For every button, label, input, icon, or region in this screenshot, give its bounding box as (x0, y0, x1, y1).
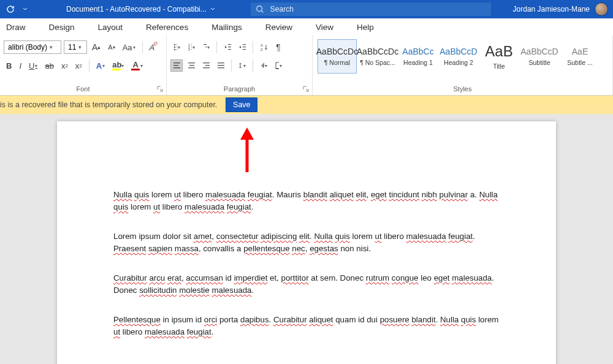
clear-formatting-button[interactable]: A⊘ (147, 40, 158, 54)
underline-button[interactable]: U▾ (26, 59, 40, 72)
bold-button[interactable]: B (4, 59, 14, 72)
style-heading-1[interactable]: AaBbCcHeading 1 (398, 39, 438, 74)
multilevel-list-button[interactable]: ▾ (200, 41, 212, 53)
svg-point-3 (174, 47, 175, 48)
svg-rect-26 (173, 67, 180, 68)
font-size-select[interactable]: 11▾ (64, 40, 87, 54)
svg-rect-32 (203, 67, 210, 68)
numbering-button[interactable]: 123▾ (185, 41, 197, 53)
show-hide-button[interactable]: ¶ (272, 41, 284, 53)
svg-rect-25 (173, 65, 178, 66)
svg-rect-17 (228, 47, 231, 47)
styles-gallery[interactable]: AaBbCcDc¶ NormalAaBbCcDc¶ No Spac...AaBb… (318, 39, 607, 74)
svg-rect-29 (188, 67, 195, 68)
font-group-label: Font (0, 85, 166, 93)
tab-view[interactable]: View (316, 23, 333, 32)
line-spacing-button[interactable]: ▾ (236, 59, 248, 72)
refresh-icon[interactable] (0, 0, 21, 18)
increase-indent-button[interactable] (236, 41, 248, 53)
bullets-button[interactable]: ▾ (170, 41, 183, 53)
paragraph[interactable]: Curabitur arcu erat, accumsan id imperdi… (113, 272, 501, 297)
paragraph[interactable]: Nulla quis lorem ut libero malesuada feu… (113, 189, 501, 213)
shading-button[interactable]: ▾ (257, 59, 270, 72)
chevron-down-icon: ▾ (50, 44, 53, 50)
svg-rect-28 (189, 65, 194, 66)
title-bar: Document1 - AutoRecovered - Compatibi...… (0, 0, 613, 18)
sort-button[interactable]: AZ (257, 41, 270, 53)
style--no-spac-[interactable]: AaBbCcDc¶ No Spac... (358, 39, 397, 74)
tab-review[interactable]: Review (265, 23, 292, 32)
tab-draw[interactable]: Draw (6, 23, 26, 32)
svg-text:3: 3 (188, 48, 190, 51)
svg-rect-20 (243, 47, 246, 47)
search-icon (256, 5, 264, 13)
svg-rect-34 (218, 65, 224, 66)
tab-design[interactable]: Design (49, 23, 75, 32)
svg-rect-33 (218, 63, 224, 63)
account-button[interactable]: Jordan Jamieson-Mane (513, 2, 613, 16)
svg-rect-19 (243, 44, 246, 45)
shrink-font-button[interactable]: A▾ (105, 40, 117, 54)
svg-rect-40 (276, 68, 279, 69)
svg-rect-35 (218, 67, 224, 68)
style-title[interactable]: AaBTitle (479, 39, 519, 74)
svg-rect-18 (228, 49, 231, 50)
tab-references[interactable]: References (146, 23, 188, 32)
svg-rect-13 (204, 44, 207, 45)
superscript-button[interactable]: x2 (73, 59, 85, 72)
search-input[interactable]: Search (251, 2, 491, 16)
svg-rect-8 (191, 44, 192, 45)
svg-rect-30 (203, 63, 210, 63)
align-left-button[interactable] (170, 59, 183, 72)
align-center-button[interactable] (185, 59, 197, 72)
grow-font-button[interactable]: A▴ (89, 40, 103, 54)
svg-point-0 (257, 6, 262, 12)
svg-rect-12 (191, 49, 192, 50)
chevron-down-icon: ▾ (78, 44, 82, 50)
svg-rect-6 (177, 49, 177, 50)
style-heading-2[interactable]: AaBbCcDHeading 2 (439, 39, 478, 74)
avatar (595, 2, 608, 16)
font-group: alibri (Body)▾ 11▾ A▴ A▾ Aa▾ A⊘ B I U▾ a… (0, 36, 167, 95)
ribbon: alibri (Body)▾ 11▾ A▴ A▾ Aa▾ A⊘ B I U▾ a… (0, 36, 613, 96)
tab-help[interactable]: Help (357, 23, 374, 32)
paragraph-dialog-launcher[interactable] (302, 85, 310, 93)
style--normal[interactable]: AaBbCcDc¶ Normal (318, 39, 357, 74)
svg-rect-21 (243, 49, 246, 50)
message-text: is is a recovered file that is temporari… (0, 100, 217, 109)
paragraph[interactable]: Lorem ipsum dolor sit amet, consectetur … (113, 230, 501, 255)
search-placeholder: Search (270, 5, 294, 13)
recovered-file-message-bar: is is a recovered file that is temporari… (0, 96, 613, 114)
borders-button[interactable]: ▾ (272, 59, 284, 72)
styles-group: AaBbCcDc¶ NormalAaBbCcDc¶ No Spac...AaBb… (313, 36, 613, 95)
font-family-select[interactable]: alibri (Body)▾ (4, 40, 61, 54)
tab-mailings[interactable]: Mailings (211, 23, 242, 32)
svg-rect-4 (177, 47, 177, 47)
font-color-button[interactable]: A▾ (129, 59, 145, 72)
svg-rect-31 (205, 65, 210, 66)
svg-rect-24 (173, 63, 180, 63)
strikethrough-button[interactable]: ab (42, 59, 56, 72)
style-subtitle[interactable]: AaBbCcDSubtitle (520, 39, 559, 74)
highlight-button[interactable]: ab▾ (110, 59, 126, 72)
subscript-button[interactable]: x2 (59, 59, 70, 72)
quick-access-dropdown-icon[interactable] (21, 7, 29, 12)
document-title: Document1 - AutoRecovered - Compatibi... (66, 5, 207, 13)
paragraph[interactable]: Pellentesque in ipsum id orci porta dapi… (113, 314, 501, 338)
font-dialog-launcher[interactable] (156, 85, 164, 93)
align-right-button[interactable] (200, 59, 212, 72)
svg-rect-14 (205, 47, 207, 47)
svg-text:A: A (261, 44, 263, 47)
decrease-indent-button[interactable] (221, 41, 234, 53)
style-subtle-[interactable]: AaESubtle ... (560, 39, 600, 74)
text-effects-button[interactable]: A▾ (94, 59, 107, 72)
title-dropdown-icon[interactable] (210, 5, 215, 13)
tab-layout[interactable]: Layout (98, 23, 123, 32)
italic-button[interactable]: I (17, 59, 24, 72)
styles-group-label: Styles (313, 85, 612, 93)
user-name: Jordan Jamieson-Mane (513, 5, 590, 13)
document-page[interactable]: Nulla quis lorem ut libero malesuada feu… (57, 121, 556, 364)
change-case-button[interactable]: Aa▾ (120, 40, 138, 54)
justify-button[interactable] (215, 59, 227, 72)
save-button[interactable]: Save (226, 97, 257, 112)
